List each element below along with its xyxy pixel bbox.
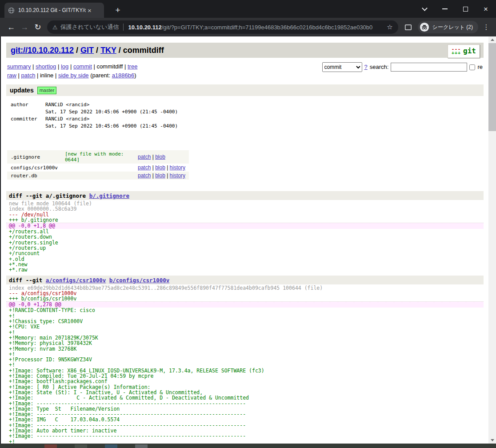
tab-title: 10.10.20.112 Git - GIT/TKY/comm	[18, 7, 86, 13]
breadcrumb-part: /	[74, 46, 80, 55]
page-viewport: git://10.10.20.112 / GIT / TKY / commitd…	[0, 36, 496, 444]
file-action-link[interactable]: blob	[155, 172, 165, 179]
taskbar-app-icon[interactable]	[105, 444, 117, 448]
diff-csr1000v: diff --git a/configs/csr1000v b/configs/…	[6, 276, 484, 444]
table-row: configs/csr1000v patch | blob | history	[7, 164, 189, 172]
tab-search-button[interactable]	[414, 0, 435, 18]
search-label: search:	[370, 63, 389, 72]
breadcrumb-part[interactable]: GIT	[80, 46, 94, 55]
omnibox-divider	[123, 24, 124, 31]
diff-added-lines: +/routers.all +/routers.down +/routers.s…	[6, 229, 484, 272]
file-action-link[interactable]: patch	[138, 172, 151, 179]
file-action-link[interactable]: history	[170, 164, 185, 171]
diff-header-part[interactable]: b/.gitignore	[89, 192, 129, 199]
file-name-link[interactable]: .gitignore	[7, 150, 61, 164]
committer-label: committer	[11, 116, 45, 123]
diff-header: diff --git a/configs/csr1000v b/configs/…	[6, 276, 484, 284]
side-panel-button[interactable]	[402, 20, 415, 34]
tab-close-icon[interactable]: ×	[88, 7, 92, 14]
diff-header-part: diff --git a/.gitignore	[9, 192, 89, 199]
author-value: RANCiD <rancid>	[45, 101, 484, 108]
ref-head-tag[interactable]: master	[37, 87, 57, 94]
breadcrumb-part: /	[116, 46, 123, 55]
nav-link: |	[123, 63, 128, 70]
commit-message-link[interactable]: updates	[10, 87, 34, 94]
search-help-link[interactable]: ?	[364, 63, 368, 72]
close-window-button[interactable]: ×	[476, 0, 496, 18]
reload-button[interactable]: ↻	[31, 20, 44, 34]
nav-link: |	[92, 63, 97, 70]
browser-titlebar: 10.10.20.112 Git - GIT/TKY/comm × + ×	[0, 0, 496, 18]
file-name-link[interactable]: router.db	[7, 172, 61, 180]
file-action-link[interactable]: patch	[138, 164, 151, 171]
committer-date: Sat, 17 Sep 2022 10:45:06 +0900 (21:45 -…	[45, 123, 484, 130]
git-logo-diff-icon: --- +++	[452, 48, 461, 55]
scrollbar-thumb[interactable]	[488, 43, 496, 131]
nav-link: |	[53, 72, 58, 79]
maximize-button[interactable]	[455, 0, 476, 18]
file-note	[61, 172, 134, 180]
taskbar-app-icon[interactable]	[44, 444, 57, 448]
forward-button[interactable]: →	[18, 20, 31, 34]
taskbar-app-icon[interactable]	[135, 444, 148, 448]
file-action-link[interactable]: blob	[155, 164, 165, 171]
regex-checkbox[interactable]	[469, 64, 475, 70]
back-button[interactable]: ←	[4, 20, 18, 34]
diff-extended-header: index e69de29bb2d1d6434b8b29ae775ad8c2e4…	[6, 284, 484, 291]
minimize-icon	[442, 8, 448, 9]
search-input[interactable]	[391, 63, 467, 72]
file-links: patch | blob	[134, 150, 189, 164]
diff-header-part[interactable]: b/configs/csr1000v	[109, 277, 169, 284]
breadcrumb-part[interactable]: TKY	[100, 46, 116, 55]
address-bar[interactable]: ⚠ 保護されていない通信 10.10.20.112 /git/?p=GIT/TK…	[47, 20, 398, 34]
search-scope-select[interactable]: commit	[322, 62, 362, 72]
minimize-button[interactable]	[435, 0, 455, 18]
commit-title-bar: updates master	[6, 84, 484, 96]
nav-link: commitdiff	[96, 63, 123, 70]
breadcrumb-part[interactable]: git://10.10.20.112	[11, 46, 74, 55]
nav-link: inline	[40, 72, 53, 79]
author-date: Sat, 17 Sep 2022 10:45:06 +0900 (21:45 -…	[45, 108, 484, 116]
diff-chunk-header[interactable]: @@ -0,0 +1,278 @@	[6, 301, 484, 308]
file-note	[61, 164, 134, 172]
git-logo[interactable]: --- +++ git	[448, 44, 480, 58]
table-row: .gitignore [new file with mode: 0644] pa…	[7, 150, 189, 164]
git-logo-label: git	[463, 46, 476, 56]
taskbar-app-icon[interactable]	[75, 444, 87, 448]
diff-header-part[interactable]: a/configs/csr1000v	[46, 277, 106, 284]
file-action-link[interactable]: patch	[138, 154, 151, 160]
search-form: commit ? search: re	[322, 62, 483, 72]
nav-link[interactable]: raw	[7, 72, 16, 79]
nav-link[interactable]: commit	[73, 63, 92, 70]
breadcrumb: git://10.10.20.112 / GIT / TKY / commitd…	[11, 46, 164, 55]
chevron-down-icon	[422, 5, 428, 11]
file-action-link[interactable]: history	[170, 172, 185, 179]
diff-from-file: --- /dev/null	[6, 212, 484, 217]
scrollbar-up-arrow[interactable]	[488, 36, 496, 43]
nav-link[interactable]: log	[61, 63, 68, 70]
nav-link[interactable]: side by side	[58, 72, 89, 79]
nav-link[interactable]: summary	[7, 63, 31, 70]
nav-link[interactable]: a1886b6	[112, 72, 135, 79]
file-action-link[interactable]: blob	[155, 154, 165, 160]
file-links: patch | blob | history	[134, 164, 189, 172]
incognito-icon	[420, 22, 429, 32]
diff-chunk-header[interactable]: @@ -0,0 +1,8 @@	[6, 223, 484, 229]
bookmark-star-icon[interactable]: ☆	[387, 23, 392, 31]
scrollbar-down-arrow[interactable]	[488, 437, 496, 444]
browser-tab[interactable]: 10.10.20.112 Git - GIT/TKY/comm ×	[4, 3, 104, 18]
table-row: router.db patch | blob | history	[7, 172, 189, 180]
vertical-scrollbar[interactable]	[488, 36, 496, 444]
browser-menu-icon[interactable]: ⋮	[481, 20, 492, 34]
browser-toolbar: ← → ↻ ⚠ 保護されていない通信 10.10.20.112 /git/?p=…	[0, 18, 496, 36]
nav-link[interactable]: shortlog	[36, 63, 56, 70]
nav-link[interactable]: tree	[128, 63, 137, 70]
nav-link[interactable]: patch	[21, 72, 36, 79]
commit-meta: author RANCiD <rancid> Sat, 17 Sep 2022 …	[7, 101, 484, 130]
file-name-link[interactable]: configs/csr1000v	[7, 164, 61, 172]
new-tab-button[interactable]: +	[112, 4, 124, 16]
close-icon: ×	[484, 5, 488, 13]
not-secure-warning-icon[interactable]: ⚠	[52, 24, 58, 31]
incognito-label: シークレット (2)	[432, 24, 473, 31]
windows-taskbar[interactable]	[0, 444, 496, 448]
